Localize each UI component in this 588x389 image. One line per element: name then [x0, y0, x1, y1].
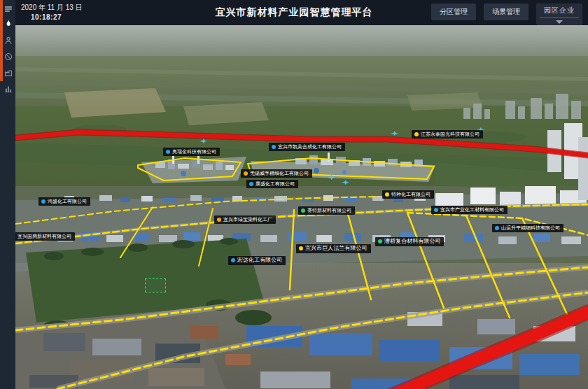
- chevron-down-icon: [556, 20, 563, 24]
- company-label-text: 宏达化工有限公司: [237, 257, 282, 264]
- company-icon: [41, 199, 46, 204]
- company-label-text: 宜兴市产业化工材料有限公司: [440, 207, 504, 213]
- dropdown-divider: [540, 17, 579, 18]
- company-label[interactable]: 无锡威孚精细化工有限公司: [241, 169, 312, 178]
- company-label-text: 江苏永泰国光科技有限公司: [421, 132, 479, 137]
- company-icon: [378, 239, 382, 243]
- company-label-text: 宜兴市凯美合成化工有限公司: [278, 144, 342, 150]
- company-label[interactable]: 宜兴市巨人法兰有限公司: [296, 244, 371, 253]
- time-text: 10:18:27: [31, 13, 83, 22]
- company-label-text: 奥瑞金科技有限公司: [172, 149, 216, 155]
- company-icon: [272, 145, 276, 149]
- company-icon: [244, 171, 248, 176]
- company-label-text: 无锡威孚精细化工有限公司: [250, 171, 309, 176]
- company-label[interactable]: 特种化工有限公司: [382, 190, 434, 199]
- company-label-text: 宜兴国腾新材料有限公司: [18, 234, 71, 239]
- map-viewport[interactable]: 奥瑞金科技有限公司宜兴市凯美合成化工有限公司江苏永泰国光科技有限公司无锡威孚精细…: [15, 25, 588, 389]
- company-icon: [231, 258, 235, 262]
- company-label-text: 鸿盛化工有限公司: [48, 199, 87, 204]
- globe-icon: [4, 52, 13, 62]
- company-icon: [385, 192, 389, 197]
- person-icon: [4, 36, 13, 45]
- sidebar-item-bar-chart[interactable]: [1, 82, 15, 96]
- selection-box: [145, 278, 166, 292]
- sidebar-item-menu[interactable]: [1, 2, 15, 16]
- company-label[interactable]: 宜兴市绿宝染料化工厂: [214, 215, 276, 224]
- sidebar-item-globe[interactable]: [1, 50, 15, 64]
- company-label-text: 漕桥复合材料有限公司: [384, 239, 440, 245]
- company-icon: [414, 132, 419, 136]
- company-label-text: 康盛化工有限公司: [255, 181, 295, 187]
- sidebar-item-fire[interactable]: [1, 17, 15, 31]
- company-icon: [166, 150, 170, 154]
- poi-marker-icon[interactable]: [328, 175, 335, 180]
- sidebar-item-person[interactable]: [1, 34, 15, 48]
- poi-marker-icon[interactable]: [342, 180, 349, 185]
- company-icon: [495, 226, 499, 230]
- company-label-text: 山运升平精细科技有限公司: [501, 225, 560, 231]
- company-label[interactable]: 宜兴市凯美合成化工有限公司: [269, 143, 345, 151]
- datetime-display: 2020 年 11 月 13 日 10:18:27: [21, 3, 83, 22]
- app-header: 2020 年 11 月 13 日 10:18:27 宜兴市新材料产业园智慧管理平…: [0, 0, 588, 25]
- poi-marker-icon[interactable]: [391, 131, 398, 136]
- factory-icon: [4, 68, 13, 78]
- sidebar: [0, 0, 15, 389]
- park-enterprise-dropdown[interactable]: 园区企业: [536, 3, 582, 25]
- company-label[interactable]: 宜兴市产业化工材料有限公司: [431, 206, 507, 214]
- company-label[interactable]: 鸿盛化工有限公司: [38, 197, 90, 206]
- company-label[interactable]: 江苏永泰国光科技有限公司: [412, 130, 483, 139]
- company-label[interactable]: 康盛化工有限公司: [246, 180, 298, 188]
- poi-marker-icon[interactable]: [200, 139, 207, 143]
- company-icon: [249, 182, 253, 186]
- bar-chart-icon: [4, 84, 13, 94]
- company-label-text: 宜兴市巨人法兰有限公司: [305, 246, 368, 252]
- company-label-text: 赛特新材料有限公司: [307, 208, 351, 213]
- fire-icon: [4, 19, 13, 29]
- company-icon: [434, 208, 438, 212]
- company-icon: [299, 246, 303, 250]
- header-actions: 分区管理 场景管理 园区企业: [431, 3, 582, 25]
- menu-icon: [4, 4, 13, 14]
- company-label[interactable]: 宜兴国腾新材料有限公司: [15, 232, 75, 241]
- sidebar-item-factory[interactable]: [1, 66, 15, 80]
- scene-management-button[interactable]: 场景管理: [484, 3, 528, 20]
- company-label[interactable]: 赛特新材料有限公司: [298, 206, 355, 215]
- app-window: 2020 年 11 月 13 日 10:18:27 宜兴市新材料产业园智慧管理平…: [0, 0, 588, 389]
- page-title: 宜兴市新材料产业园智慧管理平台: [216, 6, 373, 19]
- zone-management-button[interactable]: 分区管理: [431, 3, 476, 20]
- dropdown-label: 园区企业: [544, 6, 575, 15]
- company-label[interactable]: 山运升平精细科技有限公司: [492, 224, 564, 232]
- map-labels: 奥瑞金科技有限公司宜兴市凯美合成化工有限公司江苏永泰国光科技有限公司无锡威孚精细…: [15, 25, 588, 389]
- date-text: 2020 年 11 月 13 日: [21, 3, 83, 13]
- company-label-text: 宜兴市绿宝染料化工厂: [223, 217, 272, 222]
- company-label[interactable]: 漕桥复合材料有限公司: [375, 237, 444, 246]
- company-icon: [217, 218, 221, 222]
- company-label[interactable]: 奥瑞金科技有限公司: [163, 148, 220, 156]
- company-label-text: 特种化工有限公司: [391, 192, 430, 197]
- company-icon: [301, 208, 305, 213]
- company-label[interactable]: 宏达化工有限公司: [228, 256, 286, 265]
